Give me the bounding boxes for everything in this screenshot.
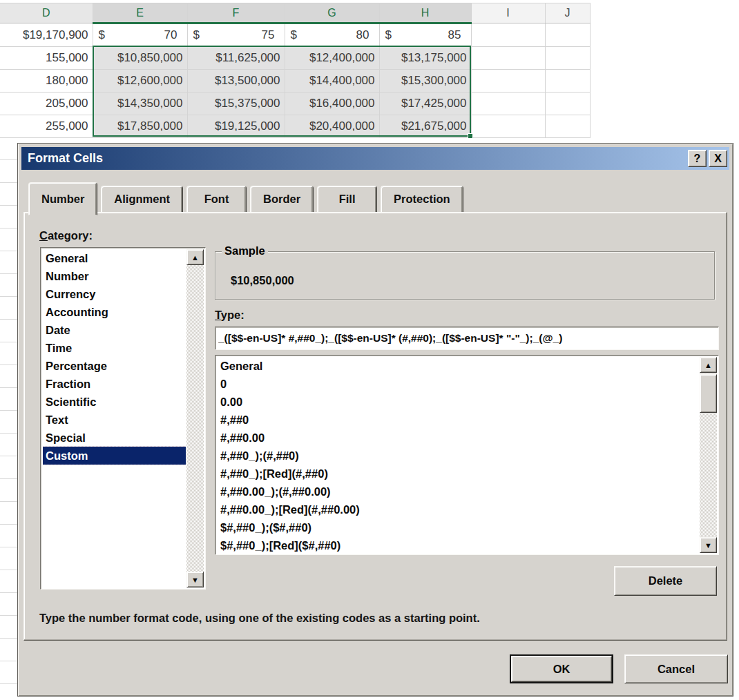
- sample-value: $10,850,000: [231, 274, 294, 287]
- cell-revenue[interactable]: $17,850,000: [93, 115, 187, 138]
- type-item[interactable]: $#,##0_);[Red]($#,##0): [218, 536, 699, 553]
- ok-button[interactable]: OK: [510, 654, 613, 683]
- cell-revenue[interactable]: $17,425,000: [379, 93, 471, 115]
- cell-empty[interactable]: [545, 93, 590, 115]
- spreadsheet: D E F G H I J $19,170,900 $ 70 $ 75 $: [0, 0, 739, 143]
- tab[interactable]: Protection: [381, 186, 463, 213]
- cell-empty[interactable]: [471, 93, 545, 115]
- cell-revenue[interactable]: $12,600,000: [93, 70, 187, 93]
- type-listbox: General 0 0.00 #,##0 #,##0.00 #,##0_);(#…: [215, 355, 719, 555]
- currency-symbol: $: [192, 28, 200, 42]
- column-header-e[interactable]: E: [93, 3, 187, 23]
- cell-revenue[interactable]: $12,400,000: [285, 47, 379, 70]
- worksheet-gridlines-strip: [0, 143, 17, 700]
- cell-revenue[interactable]: $13,500,000: [187, 70, 285, 93]
- tab-strip: Number Alignment Font Border Fill Protec…: [28, 181, 463, 214]
- price-value: 85: [448, 28, 467, 42]
- close-button[interactable]: X: [709, 150, 727, 167]
- cell-revenue[interactable]: $10,850,000: [93, 47, 187, 70]
- scrollbar-thumb[interactable]: [700, 374, 717, 413]
- column-header-i[interactable]: I: [471, 3, 545, 23]
- category-item[interactable]: Currency: [43, 285, 186, 303]
- category-items: General Number Currency Accounting Date …: [43, 249, 186, 587]
- type-item[interactable]: #,##0.00: [218, 429, 699, 447]
- type-label: Type:: [215, 309, 244, 322]
- tab[interactable]: Font: [186, 186, 247, 213]
- type-item[interactable]: $#,##0_);($#,##0): [218, 518, 699, 536]
- scroll-up-icon[interactable]: ▲: [700, 357, 717, 373]
- category-item[interactable]: Number: [43, 267, 186, 285]
- cell-price[interactable]: $ 85: [379, 23, 471, 47]
- type-item[interactable]: #,##0_);(#,##0): [218, 447, 699, 465]
- column-header-f[interactable]: F: [187, 3, 285, 23]
- cell-total[interactable]: $19,170,900: [0, 23, 93, 47]
- worksheet-grid: D E F G H I J $19,170,900 $ 70 $ 75 $: [0, 3, 591, 138]
- scroll-up-icon[interactable]: ▲: [186, 249, 204, 265]
- category-scrollbar: ▲ ▼: [186, 249, 204, 587]
- column-header-j[interactable]: J: [545, 3, 590, 23]
- scrollbar-track[interactable]: [186, 265, 204, 572]
- type-item[interactable]: #,##0.00_);[Red](#,##0.00): [218, 500, 699, 518]
- currency-symbol: $: [97, 28, 105, 42]
- category-item[interactable]: Fraction: [43, 375, 186, 393]
- cell-revenue[interactable]: $16,400,000: [285, 93, 379, 115]
- type-item[interactable]: 0.00: [218, 393, 699, 411]
- category-item[interactable]: Percentage: [43, 357, 186, 375]
- cell-empty[interactable]: [471, 47, 545, 70]
- type-item[interactable]: #,##0_);[Red](#,##0): [218, 465, 699, 483]
- tab[interactable]: Alignment: [101, 186, 183, 213]
- cell-revenue[interactable]: $15,300,000: [379, 70, 471, 93]
- category-item[interactable]: Text: [43, 411, 186, 429]
- category-item[interactable]: Time: [43, 339, 186, 357]
- tab[interactable]: Fill: [317, 186, 377, 213]
- category-item[interactable]: Special: [43, 429, 186, 447]
- cancel-button[interactable]: Cancel: [624, 654, 728, 683]
- type-item[interactable]: #,##0: [218, 411, 699, 429]
- cell-revenue[interactable]: $13,175,000: [379, 47, 471, 70]
- column-header-d[interactable]: D: [0, 3, 93, 23]
- cell-revenue[interactable]: $11,625,000: [187, 47, 285, 70]
- cell-revenue[interactable]: $14,400,000: [285, 70, 379, 93]
- type-item[interactable]: #,##0.00_);(#,##0.00): [218, 483, 699, 500]
- category-item[interactable]: Custom: [43, 447, 186, 465]
- price-value: 70: [164, 28, 183, 42]
- cell-price[interactable]: $ 75: [187, 23, 285, 47]
- column-header-g[interactable]: G: [285, 3, 379, 23]
- type-input[interactable]: [215, 327, 719, 350]
- cell-quantity[interactable]: 180,000: [0, 70, 93, 93]
- help-button[interactable]: ?: [688, 150, 707, 167]
- category-item[interactable]: Date: [43, 321, 186, 339]
- scroll-down-icon[interactable]: ▼: [186, 572, 204, 587]
- cell-empty[interactable]: [471, 23, 545, 47]
- dialog-title: Format Cells: [28, 151, 103, 165]
- cell-revenue[interactable]: $20,400,000: [285, 115, 379, 138]
- cell-revenue[interactable]: $19,125,000: [187, 115, 285, 138]
- tab[interactable]: Border: [250, 186, 314, 213]
- cell-empty[interactable]: [545, 23, 590, 47]
- cell-empty[interactable]: [545, 115, 590, 138]
- cell-quantity[interactable]: 155,000: [0, 47, 93, 70]
- cell-quantity[interactable]: 255,000: [0, 115, 93, 138]
- type-item[interactable]: General: [218, 357, 699, 375]
- cell-revenue[interactable]: $15,375,000: [187, 93, 285, 115]
- cell-empty[interactable]: [545, 47, 590, 70]
- column-header-h[interactable]: H: [379, 3, 471, 23]
- tab[interactable]: Number: [28, 182, 97, 215]
- cell-price[interactable]: $ 70: [93, 23, 187, 47]
- cell-revenue[interactable]: $14,350,000: [93, 93, 187, 115]
- type-scrollbar: ▲ ▼: [700, 357, 717, 553]
- table-row: 155,000 $10,850,000 $11,625,000 $12,400,…: [0, 47, 590, 70]
- delete-button[interactable]: Delete: [614, 566, 717, 596]
- cell-revenue[interactable]: $21,675,000: [379, 115, 471, 138]
- category-item[interactable]: General: [43, 249, 186, 267]
- cell-price[interactable]: $ 80: [285, 23, 379, 47]
- cell-empty[interactable]: [471, 115, 545, 138]
- category-item[interactable]: Accounting: [43, 303, 186, 321]
- scroll-down-icon[interactable]: ▼: [700, 537, 717, 553]
- cell-empty[interactable]: [471, 70, 545, 93]
- type-item[interactable]: 0: [218, 375, 699, 393]
- category-item[interactable]: Scientific: [43, 393, 186, 411]
- cell-quantity[interactable]: 205,000: [0, 93, 93, 115]
- cell-empty[interactable]: [545, 70, 590, 93]
- dialog-titlebar[interactable]: Format Cells ? X: [21, 147, 729, 170]
